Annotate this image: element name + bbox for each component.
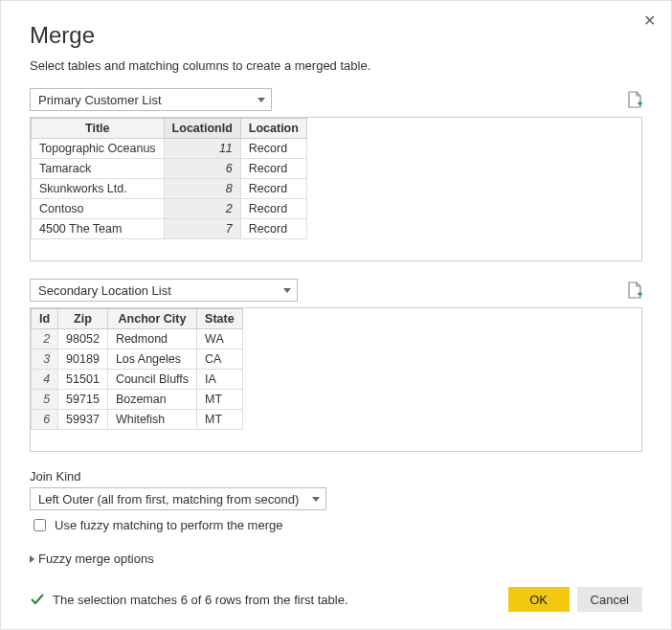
- column-header[interactable]: State: [197, 309, 243, 329]
- column-header[interactable]: Location: [240, 119, 306, 139]
- chevron-down-icon: [312, 497, 320, 502]
- cancel-button[interactable]: Cancel: [577, 587, 642, 612]
- fuzzy-matching-label: Use fuzzy matching to perform the merge: [55, 518, 282, 532]
- table-row[interactable]: 559715BozemanMT: [32, 390, 243, 410]
- fuzzy-options-label: Fuzzy merge options: [38, 551, 154, 566]
- table-cell: 90189: [58, 349, 108, 370]
- table-cell: Skunkworks Ltd.: [32, 179, 165, 199]
- join-kind-value: Left Outer (all from first, matching fro…: [38, 492, 299, 506]
- expand-table-icon[interactable]: [627, 281, 642, 299]
- table-cell: 4500 The Team: [32, 219, 165, 239]
- chevron-down-icon: [283, 288, 291, 293]
- table-row[interactable]: 390189Los AngelesCA: [32, 349, 243, 370]
- table-row[interactable]: 298052RedmondWA: [32, 329, 243, 349]
- table-cell: Record: [240, 159, 306, 179]
- table-cell: Tamarack: [32, 159, 165, 179]
- expand-table-icon[interactable]: [627, 91, 642, 108]
- table-cell: 59715: [58, 390, 108, 410]
- table-cell: Bozeman: [107, 390, 196, 410]
- table-cell: WA: [197, 329, 243, 349]
- table-cell: 2: [32, 329, 58, 349]
- table-cell: Council Bluffs: [107, 370, 196, 390]
- dialog-title: Merge: [30, 22, 642, 49]
- table-cell: 3: [32, 349, 58, 370]
- table-row[interactable]: 659937WhitefishMT: [32, 410, 243, 430]
- table-cell: CA: [197, 349, 243, 370]
- table-cell: 2: [164, 199, 240, 219]
- table-cell: Record: [240, 139, 306, 159]
- table-cell: Topographic Oceanus: [32, 139, 165, 159]
- table-cell: 51501: [58, 370, 108, 390]
- table-cell: 6: [32, 410, 58, 430]
- primary-table-select[interactable]: Primary Customer List: [30, 88, 272, 111]
- table-cell: MT: [197, 390, 243, 410]
- column-header[interactable]: Anchor City: [107, 309, 196, 329]
- check-icon: [30, 592, 45, 607]
- fuzzy-options-expander[interactable]: Fuzzy merge options: [30, 551, 642, 566]
- table-cell: Los Angeles: [107, 349, 196, 370]
- table-cell: 7: [164, 219, 240, 239]
- table-row[interactable]: Skunkworks Ltd.8Record: [32, 179, 307, 199]
- table-row[interactable]: 4500 The Team7Record: [32, 219, 307, 239]
- dialog-subtitle: Select tables and matching columns to cr…: [30, 58, 642, 73]
- chevron-down-icon: [258, 98, 265, 102]
- table-row[interactable]: Tamarack6Record: [32, 159, 307, 179]
- table-cell: IA: [197, 370, 243, 390]
- column-header[interactable]: Title: [32, 119, 165, 139]
- table-cell: MT: [197, 410, 243, 430]
- table-cell: 8: [164, 179, 240, 199]
- table-cell: 4: [32, 370, 58, 390]
- table-cell: Record: [240, 219, 306, 239]
- fuzzy-matching-checkbox[interactable]: [34, 519, 46, 531]
- status-text: The selection matches 6 of 6 rows from t…: [53, 593, 348, 607]
- join-kind-label: Join Kind: [30, 469, 642, 484]
- join-kind-select[interactable]: Left Outer (all from first, matching fro…: [30, 487, 326, 510]
- close-button[interactable]: ✕: [640, 12, 658, 30]
- table-cell: 5: [32, 390, 58, 410]
- table-row[interactable]: Topographic Oceanus11Record: [32, 139, 307, 159]
- column-header[interactable]: Zip: [58, 309, 108, 329]
- secondary-table-select[interactable]: Secondary Location List: [30, 279, 298, 302]
- secondary-table-preview: IdZipAnchor CityState298052RedmondWA3901…: [30, 307, 642, 452]
- column-header[interactable]: LocationId: [164, 119, 240, 139]
- table-cell: 98052: [58, 329, 108, 349]
- secondary-table-select-value: Secondary Location List: [38, 283, 171, 298]
- secondary-table-grid[interactable]: IdZipAnchor CityState298052RedmondWA3901…: [31, 308, 243, 430]
- table-cell: 6: [164, 159, 240, 179]
- primary-table-grid[interactable]: TitleLocationIdLocationTopographic Ocean…: [31, 118, 307, 239]
- secondary-table-section: Secondary Location List IdZipAnchor City…: [30, 279, 642, 452]
- table-cell: Redmond: [107, 329, 196, 349]
- table-cell: Record: [240, 179, 306, 199]
- column-header[interactable]: Id: [32, 309, 58, 329]
- table-cell: 59937: [58, 410, 108, 430]
- table-cell: Whitefish: [107, 410, 196, 430]
- table-row[interactable]: Contoso2Record: [32, 199, 307, 219]
- primary-table-preview: TitleLocationIdLocationTopographic Ocean…: [30, 117, 642, 261]
- primary-table-section: Primary Customer List TitleLocationIdLoc…: [30, 88, 642, 261]
- primary-table-select-value: Primary Customer List: [38, 93, 162, 107]
- chevron-right-icon: [30, 555, 34, 563]
- table-cell: Record: [240, 199, 306, 219]
- table-row[interactable]: 451501Council BluffsIA: [32, 370, 243, 390]
- ok-button[interactable]: OK: [508, 587, 570, 612]
- table-cell: Contoso: [32, 199, 165, 219]
- table-cell: 11: [164, 139, 240, 159]
